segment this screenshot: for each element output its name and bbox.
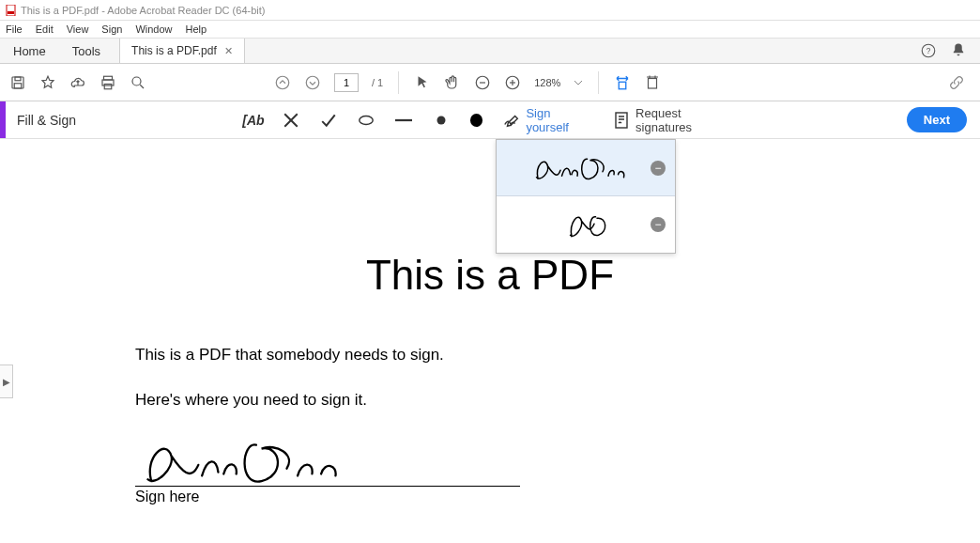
pdf-file-icon xyxy=(6,5,17,16)
fill-sign-toolbar: Fill & Sign [Ab Sign yourself Request si… xyxy=(0,101,980,139)
menu-view[interactable]: View xyxy=(67,23,89,35)
document-area: ▶ − − This is a PDF This is a PDF that s… xyxy=(0,139,980,543)
star-icon[interactable] xyxy=(39,74,56,91)
placed-signature[interactable] xyxy=(135,433,370,489)
pdf-title: This is a PDF xyxy=(0,252,980,299)
remove-initials-icon[interactable]: − xyxy=(651,217,666,232)
zoom-level[interactable]: 128% xyxy=(534,77,560,88)
main-toolbar: / 1 128% xyxy=(0,64,980,101)
window-titlebar: This is a PDF.pdf - Adobe Acrobat Reader… xyxy=(0,0,980,21)
svg-rect-5 xyxy=(15,77,21,81)
svg-line-11 xyxy=(140,85,144,88)
svg-rect-0 xyxy=(7,5,15,16)
request-signatures-button[interactable]: Request signatures xyxy=(613,106,735,134)
fill-sign-title: Fill & Sign xyxy=(6,113,87,128)
page-total: / 1 xyxy=(372,77,383,88)
menu-bar: File Edit View Sign Window Help xyxy=(0,21,980,38)
svg-rect-1 xyxy=(8,11,14,14)
page-up-icon[interactable] xyxy=(274,74,291,91)
request-signatures-label: Request signatures xyxy=(635,106,735,134)
cloud-upload-icon[interactable] xyxy=(69,74,86,91)
fit-width-icon[interactable] xyxy=(614,74,631,91)
svg-rect-26 xyxy=(616,113,627,128)
chevron-down-icon[interactable] xyxy=(574,74,583,91)
hand-icon[interactable] xyxy=(444,74,461,91)
zoom-out-icon[interactable] xyxy=(474,74,491,91)
svg-rect-19 xyxy=(620,82,627,89)
menu-help[interactable]: Help xyxy=(186,23,207,35)
tab-document[interactable]: This is a PDF.pdf ✕ xyxy=(119,39,245,63)
signature-line xyxy=(135,436,520,487)
dot-icon[interactable] xyxy=(433,112,450,129)
page-display-icon[interactable] xyxy=(644,74,661,91)
pointer-icon[interactable] xyxy=(414,74,431,91)
svg-point-23 xyxy=(360,116,373,124)
sign-yourself-button[interactable]: Sign yourself xyxy=(503,106,592,134)
page-number-input[interactable] xyxy=(334,73,359,92)
pdf-paragraph-1: This is a PDF that somebody needs to sig… xyxy=(135,346,980,365)
remove-signature-icon[interactable]: − xyxy=(651,161,666,176)
svg-rect-20 xyxy=(649,78,657,88)
signature-dropdown: − − xyxy=(496,139,676,254)
search-icon[interactable] xyxy=(130,74,146,91)
svg-rect-9 xyxy=(104,84,112,88)
page-down-icon[interactable] xyxy=(304,74,321,91)
print-icon[interactable] xyxy=(100,74,116,91)
tab-home[interactable]: Home xyxy=(0,39,59,63)
menu-window[interactable]: Window xyxy=(135,23,172,35)
window-title: This is a PDF.pdf - Adobe Acrobat Reader… xyxy=(21,5,265,16)
x-mark-icon[interactable] xyxy=(283,112,299,129)
tab-bar: Home Tools This is a PDF.pdf ✕ ? xyxy=(0,38,980,64)
help-icon[interactable]: ? xyxy=(920,42,937,59)
circle-icon[interactable] xyxy=(358,112,375,129)
pdf-page-content: This is a PDF This is a PDF that somebod… xyxy=(0,252,980,505)
menu-sign[interactable]: Sign xyxy=(101,23,122,35)
svg-point-13 xyxy=(306,76,319,89)
document-sign-icon xyxy=(613,112,630,129)
signature-preview-initials xyxy=(529,205,642,244)
svg-point-12 xyxy=(276,76,289,89)
svg-point-25 xyxy=(437,116,446,124)
text-tool-icon[interactable]: [Ab xyxy=(245,112,262,129)
menu-edit[interactable]: Edit xyxy=(36,23,54,35)
signature-option-initials[interactable]: − xyxy=(497,196,675,253)
menu-file[interactable]: File xyxy=(6,23,23,35)
checkmark-icon[interactable] xyxy=(320,112,337,129)
signature-option-full[interactable]: − xyxy=(497,140,675,196)
signature-preview-full xyxy=(529,148,642,188)
share-link-icon[interactable] xyxy=(948,74,965,91)
bell-icon[interactable] xyxy=(950,42,967,59)
zoom-in-icon[interactable] xyxy=(504,74,521,91)
color-picker-dot[interactable] xyxy=(470,114,482,127)
tab-tools[interactable]: Tools xyxy=(59,39,114,63)
line-icon[interactable] xyxy=(395,112,412,129)
next-button[interactable]: Next xyxy=(907,107,967,132)
save-icon[interactable] xyxy=(9,74,26,91)
svg-text:?: ? xyxy=(926,47,931,55)
pen-signature-icon xyxy=(503,112,520,129)
svg-rect-6 xyxy=(14,83,22,87)
tab-document-label: This is a PDF.pdf xyxy=(131,44,217,57)
svg-point-10 xyxy=(132,77,141,85)
sign-yourself-label: Sign yourself xyxy=(526,106,592,134)
pdf-paragraph-2: Here's where you need to sign it. xyxy=(135,391,980,410)
sign-here-label: Sign here xyxy=(135,489,980,505)
close-icon[interactable]: ✕ xyxy=(224,45,233,57)
